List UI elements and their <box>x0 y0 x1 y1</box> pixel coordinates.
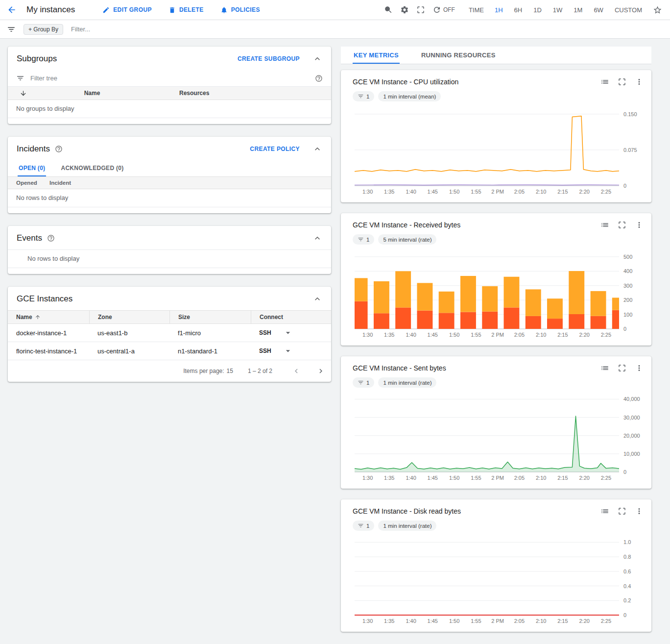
gce-collapse-icon[interactable] <box>312 294 322 304</box>
subgroups-empty-message: No groups to display <box>8 100 331 118</box>
edit-group-button[interactable]: EDIT GROUP <box>102 6 152 14</box>
legend-list-icon[interactable] <box>600 221 609 229</box>
instance-name[interactable]: florinc-test-instance-1 <box>8 347 89 355</box>
delete-icon <box>168 6 176 14</box>
column-header-connect[interactable]: Connect <box>251 311 331 323</box>
time-range-1d[interactable]: 1D <box>533 6 542 14</box>
legend-list-icon[interactable] <box>600 364 609 372</box>
fullscreen-button[interactable] <box>416 5 425 14</box>
column-header-size[interactable]: Size <box>169 311 251 323</box>
column-header-zone[interactable]: Zone <box>89 311 169 323</box>
favorite-star-icon[interactable] <box>653 5 662 15</box>
svg-text:2 PM: 2 PM <box>491 475 504 481</box>
subgroups-help-icon[interactable] <box>315 74 323 82</box>
filter-count-chip[interactable]: 1 <box>353 520 374 531</box>
ssh-button[interactable]: SSH <box>259 329 271 336</box>
interval-chip[interactable]: 1 min interval (rate) <box>378 520 436 531</box>
column-header-name[interactable]: Name <box>8 311 89 323</box>
chart-plot: 40,00030,00020,00010,00001:301:351:401:4… <box>353 391 644 485</box>
previous-page-icon[interactable] <box>292 367 301 375</box>
tab-running-resources[interactable]: RUNNING RESOURCES <box>420 47 497 64</box>
incidents-help-icon[interactable] <box>55 145 63 153</box>
interval-chip[interactable]: 5 min interval (rate) <box>378 234 436 245</box>
svg-text:2:25: 2:25 <box>601 618 611 624</box>
time-label: TIME <box>469 6 484 14</box>
svg-text:2:10: 2:10 <box>536 475 546 481</box>
expand-chart-icon[interactable] <box>618 364 626 372</box>
incidents-collapse-icon[interactable] <box>312 144 322 154</box>
svg-text:1:55: 1:55 <box>471 618 481 624</box>
svg-text:1:50: 1:50 <box>449 475 459 481</box>
search-button[interactable] <box>384 5 393 14</box>
funnel-icon <box>358 236 364 243</box>
sort-descending-icon[interactable] <box>20 90 27 97</box>
instance-name[interactable]: docker-instance-1 <box>8 329 89 337</box>
ssh-button[interactable]: SSH <box>259 347 271 354</box>
expand-chart-icon[interactable] <box>618 507 626 516</box>
svg-text:0.075: 0.075 <box>623 147 637 153</box>
expand-chart-icon[interactable] <box>618 77 626 86</box>
svg-text:2 PM: 2 PM <box>491 618 504 624</box>
more-options-icon[interactable] <box>635 507 644 516</box>
items-per-page-label: Items per page: <box>183 368 224 374</box>
svg-text:2:15: 2:15 <box>557 475 568 481</box>
instance-size: f1-micro <box>169 329 251 337</box>
interval-chip[interactable]: 1 min interval (mean) <box>378 91 441 101</box>
auto-refresh-button[interactable]: OFF <box>432 5 455 14</box>
ssh-dropdown-icon[interactable] <box>283 346 293 356</box>
svg-text:2:20: 2:20 <box>579 618 589 624</box>
tab-acknowledged[interactable]: ACKNOWLEDGED (0) <box>60 160 124 176</box>
tab-open[interactable]: OPEN (0) <box>18 160 46 176</box>
chart-plot: 50040030020010001:301:351:401:451:501:55… <box>353 248 644 342</box>
filter-input[interactable]: Filter... <box>71 25 90 33</box>
delete-button[interactable]: DELETE <box>168 6 204 14</box>
events-help-icon[interactable] <box>47 234 55 242</box>
filter-count-chip[interactable]: 1 <box>353 91 374 101</box>
time-range-1m[interactable]: 1M <box>574 6 582 14</box>
subgroups-collapse-icon[interactable] <box>312 54 322 64</box>
column-header-resources[interactable]: Resources <box>155 90 331 97</box>
svg-text:400: 400 <box>623 268 632 274</box>
ssh-dropdown-icon[interactable] <box>283 328 293 338</box>
more-options-icon[interactable] <box>635 221 644 229</box>
funnel-icon <box>358 379 364 386</box>
time-range-group: 1H6H1D1W1M6WCUSTOM <box>495 6 642 14</box>
create-policy-button[interactable]: CREATE POLICY <box>250 146 300 152</box>
more-options-icon[interactable] <box>635 364 644 372</box>
left-column: Subgroups CREATE SUBGROUP Filter tree Na… <box>8 47 331 395</box>
legend-list-icon[interactable] <box>600 507 609 516</box>
filter-count-chip[interactable]: 1 <box>353 377 374 388</box>
filter-count-chip[interactable]: 1 <box>353 234 374 245</box>
svg-text:2:20: 2:20 <box>579 332 589 338</box>
more-options-icon[interactable] <box>635 77 644 86</box>
filter-icon[interactable] <box>7 25 16 34</box>
create-subgroup-button[interactable]: CREATE SUBGROUP <box>238 55 300 62</box>
chart-plot: 0.1500.07501:301:351:401:451:501:552 PM2… <box>353 104 644 198</box>
settings-button[interactable] <box>400 5 409 14</box>
tab-key-metrics[interactable]: KEY METRICS <box>353 47 400 64</box>
svg-text:2:15: 2:15 <box>557 618 568 624</box>
legend-list-icon[interactable] <box>600 77 609 86</box>
time-range-6h[interactable]: 6H <box>514 6 523 14</box>
expand-chart-icon[interactable] <box>618 221 626 229</box>
svg-text:20,000: 20,000 <box>623 433 640 439</box>
topbar-actions: EDIT GROUPDELETEPOLICIES <box>102 6 260 14</box>
svg-text:2:10: 2:10 <box>536 332 546 338</box>
interval-chip[interactable]: 1 min interval (rate) <box>378 377 436 388</box>
time-range-1h[interactable]: 1H <box>495 6 503 14</box>
time-range-1w[interactable]: 1W <box>553 6 563 14</box>
gce-instances-card: GCE Instances Name Zone Size Connect doc… <box>8 287 331 382</box>
subgroups-table-header: Name Resources <box>8 87 331 100</box>
events-collapse-icon[interactable] <box>312 233 322 243</box>
items-per-page-value[interactable]: 15 <box>227 368 233 374</box>
time-range-custom[interactable]: CUSTOM <box>615 6 642 14</box>
group-by-chip[interactable]: + Group By <box>24 24 63 35</box>
filter-tree-input[interactable]: Filter tree <box>30 74 315 82</box>
time-range-6w[interactable]: 6W <box>594 6 603 14</box>
funnel-icon <box>358 522 364 529</box>
column-header-name[interactable]: Name <box>29 90 155 97</box>
next-page-icon[interactable] <box>316 367 325 375</box>
back-arrow-icon[interactable] <box>7 5 17 15</box>
policies-button[interactable]: POLICIES <box>220 6 260 14</box>
topbar-right: OFF TIME 1H6H1D1W1M6WCUSTOM <box>377 5 662 15</box>
